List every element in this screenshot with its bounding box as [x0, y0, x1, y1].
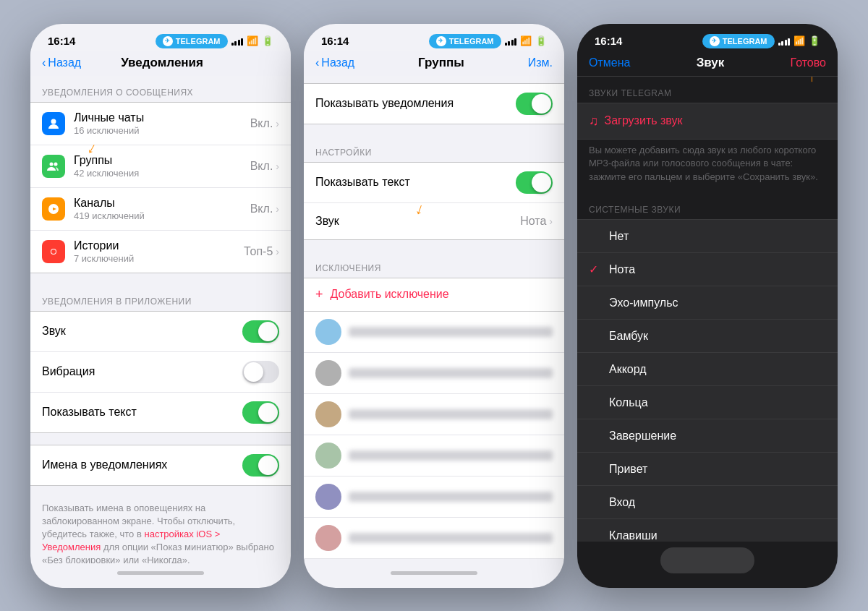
signal-bar-1	[231, 43, 234, 46]
names-content: Имена в уведомлениях	[42, 458, 242, 471]
tg-logo-1: ✈	[163, 36, 173, 46]
sound-option-0[interactable]: Нет	[577, 220, 838, 253]
nav-back-2[interactable]: ‹ Назад	[315, 56, 354, 69]
groups-content: Группы 42 исключения	[74, 154, 250, 179]
tg-logo-2: ✈	[436, 36, 446, 46]
setting-row-groups[interactable]: Группы 42 исключения Вкл. ›	[30, 145, 291, 188]
sound-option-2[interactable]: Эхо-импульс	[577, 286, 838, 320]
telegram-bar-2: ✈ TELEGRAM	[429, 34, 501, 48]
section-header-inapp: УВЕДОМЛЕНИЯ В ПРИЛОЖЕНИИ	[30, 285, 291, 311]
blurred-avatar-1	[315, 319, 341, 345]
add-exception-row[interactable]: + Добавить исключение	[304, 278, 564, 312]
signal-bar-2	[234, 41, 237, 46]
nav-back-1[interactable]: ‹ Назад	[42, 56, 81, 69]
sound-name-8: Вход	[609, 496, 635, 509]
add-exception-label: Добавить исключение	[331, 288, 449, 301]
show-text-2-toggle[interactable]	[516, 171, 553, 194]
show-text-title: Показывать текст	[42, 406, 242, 419]
status-bar-2: 16:14 ✈ TELEGRAM 📶 🔋	[304, 24, 564, 51]
sound-option-7[interactable]: Привет	[577, 453, 838, 486]
nav-bar-2: ‹ Назад Группы Изм.	[304, 51, 564, 76]
sound-name-4: Аккорд	[609, 363, 647, 376]
blurred-item-2[interactable]	[304, 353, 564, 394]
stories-subtitle: 7 исключений	[74, 253, 244, 264]
show-notifications-toggle[interactable]	[516, 93, 553, 115]
sound-toggle[interactable]	[242, 320, 279, 343]
sound-2-chevron: ›	[549, 215, 553, 227]
blurred-text-5	[349, 492, 553, 502]
blurred-item-6[interactable]	[304, 518, 564, 559]
svg-point-0	[51, 119, 56, 124]
telegram-label-1: TELEGRAM	[176, 37, 221, 46]
setting-row-channels[interactable]: Каналы 419 исключений Вкл. ›	[30, 188, 291, 231]
inapp-settings-group: Звук Вибрация Показывать текст	[30, 311, 291, 433]
setting-row-show-notifications[interactable]: Показывать уведомления	[304, 84, 564, 124]
signal-bars-3	[778, 37, 791, 46]
sound-name-0: Нет	[609, 230, 629, 243]
blurred-avatar-3	[315, 401, 341, 427]
sound-option-9[interactable]: Клавиши	[577, 519, 838, 541]
sound-option-3[interactable]: Бамбук	[577, 320, 838, 353]
groups-subtitle: 42 исключения	[74, 168, 250, 179]
blurred-item-5[interactable]	[304, 477, 564, 518]
names-title: Имена в уведомлениях	[42, 458, 242, 471]
home-bar-button-3[interactable]	[660, 547, 754, 573]
sound-name-9: Клавиши	[609, 529, 658, 542]
blurred-item-4[interactable]	[304, 435, 564, 477]
sound-option-8[interactable]: Вход	[577, 486, 838, 519]
section-header-nastroyki: НАСТРОЙКИ	[304, 136, 564, 162]
status-icons-1: ✈ TELEGRAM 📶 🔋	[156, 34, 273, 48]
channels-icon	[42, 197, 65, 221]
setting-row-names[interactable]: Имена в уведомлениях	[30, 445, 291, 485]
groups-icon	[42, 155, 65, 178]
blurred-avatar-4	[315, 443, 341, 469]
home-indicator-1	[30, 563, 291, 588]
blurred-item-3[interactable]	[304, 394, 564, 435]
names-toggle-thumb	[258, 456, 278, 475]
wifi-icon-3: 📶	[793, 35, 805, 46]
setting-row-sound-2[interactable]: Звук Нота ›	[304, 203, 564, 239]
show-text-2-content: Показывать текст	[315, 176, 516, 189]
blurred-item-1[interactable]	[304, 312, 564, 353]
upload-sound-row[interactable]: ♫ Загрузить звук ↓	[577, 103, 838, 140]
blurred-avatar-6	[315, 525, 341, 551]
nav-cancel-3[interactable]: Отмена	[589, 56, 630, 69]
sound-option-1[interactable]: ✓ Нота	[577, 253, 838, 286]
messages-settings-group: Личные чаты 16 исключений Вкл. › ↓	[30, 102, 291, 273]
blurred-text-2	[349, 368, 553, 378]
names-toggle[interactable]	[242, 454, 279, 477]
show-text-toggle[interactable]	[242, 401, 279, 424]
nav-title-1: Уведомления	[121, 56, 203, 70]
blurred-items-group	[304, 312, 564, 559]
blurred-avatar-2	[315, 360, 341, 386]
music-note-icon: ♫	[589, 114, 599, 129]
setting-row-personal-chats[interactable]: Личные чаты 16 исключений Вкл. › ↓	[30, 103, 291, 145]
nav-bar-3: Отмена Звук Готово	[577, 51, 838, 77]
nav-action-2[interactable]: Изм.	[528, 56, 553, 69]
sound-toggle-thumb	[258, 322, 278, 341]
sound-name-5: Кольца	[609, 396, 648, 409]
setting-row-stories[interactable]: Истории 7 исключений Топ-5 ›	[30, 231, 291, 273]
signal-bar-3	[238, 40, 240, 46]
time-1: 16:14	[48, 35, 75, 47]
show-text-toggle-thumb	[258, 403, 278, 422]
sound-option-5[interactable]: Кольца	[577, 386, 838, 419]
setting-row-sound[interactable]: Звук	[30, 312, 291, 352]
sound-option-4[interactable]: Аккорд	[577, 353, 838, 386]
setting-row-vibration[interactable]: Вибрация	[30, 352, 291, 393]
sound-name-6: Завершение	[609, 430, 676, 443]
tg-logo-3: ✈	[710, 36, 720, 46]
status-bar-3: 16:14 ✈ TELEGRAM 📶 🔋	[577, 24, 838, 51]
svg-point-4	[51, 249, 56, 254]
setting-row-show-text-2[interactable]: Показывать текст ↓	[304, 163, 564, 203]
blurred-text-4	[349, 450, 553, 461]
sound-option-6[interactable]: Завершение	[577, 419, 838, 453]
nav-done-3[interactable]: Готово	[791, 56, 826, 69]
arrow-annotation-3: ↓	[808, 77, 816, 87]
settings-link[interactable]: настройках iOS > Уведомления	[42, 529, 220, 552]
setting-row-show-text[interactable]: Показывать текст	[30, 393, 291, 432]
personal-chats-chevron: ›	[276, 118, 279, 129]
battery-icon-3: 🔋	[809, 35, 820, 46]
vibration-toggle[interactable]	[242, 361, 279, 383]
wifi-icon-2: 📶	[520, 35, 532, 46]
